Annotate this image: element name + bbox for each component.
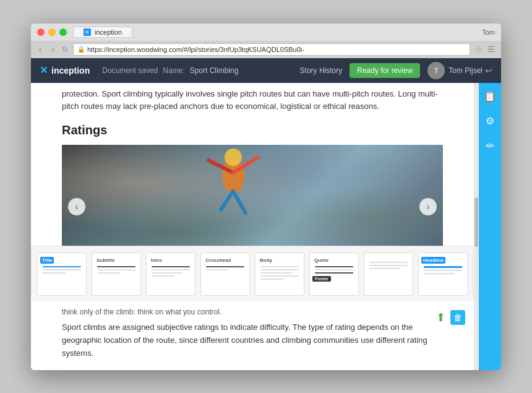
- component-crosshead[interactable]: Crosshead: [200, 253, 250, 296]
- component-subtitle-label: Subtitle: [95, 257, 116, 264]
- component-subtitle[interactable]: Subtitle: [92, 253, 141, 296]
- scrollbar[interactable]: [474, 83, 479, 370]
- main-area: protection. Sport climbing typically inv…: [31, 83, 501, 370]
- settings-icon[interactable]: ⚙: [483, 114, 497, 129]
- forward-button[interactable]: ›: [48, 45, 57, 54]
- browser-user-label: Tom: [482, 28, 495, 36]
- edit-icon[interactable]: ✏: [483, 139, 497, 153]
- maximize-button[interactable]: [59, 28, 67, 36]
- browser-actions: ☆ ☰: [474, 45, 496, 54]
- logo-icon: ✕: [40, 64, 48, 76]
- component-headline-label: Headline: [421, 257, 445, 264]
- image-prev-button[interactable]: ‹: [68, 198, 85, 215]
- content-area: protection. Sport climbing typically inv…: [31, 83, 474, 370]
- close-button[interactable]: [37, 28, 45, 36]
- browser-tab[interactable]: ✕ inception: [73, 27, 132, 38]
- svg-line-5: [233, 191, 246, 213]
- component-title-label: Title: [40, 257, 54, 264]
- doc-name: Sport Climbing: [190, 66, 239, 75]
- image-next-button[interactable]: ›: [419, 198, 437, 215]
- story-history-button[interactable]: Story History: [300, 66, 343, 75]
- address-bar: ‹ › ↻ 🔒 https://inception.woodwing.com/#…: [31, 41, 501, 58]
- svg-line-4: [221, 191, 233, 210]
- url-text: https://inception.woodwing.com/#/lpi/sto…: [87, 46, 304, 53]
- review-button[interactable]: Ready for review: [350, 63, 420, 78]
- chevron-left-icon: ‹: [75, 202, 79, 212]
- intro-text: protection. Sport climbing typically inv…: [62, 83, 443, 114]
- chevron-right-icon: ›: [427, 202, 430, 212]
- svg-point-1: [225, 149, 242, 166]
- user-name: Tom Pijsel: [448, 66, 483, 75]
- insert-marker: ⬆: [434, 310, 447, 325]
- logo-text: inception: [51, 66, 90, 76]
- tab-favicon: ✕: [84, 28, 91, 36]
- right-sidebar: 📋 ⚙ ✏: [479, 83, 501, 370]
- component-tray: Title Subtitle: [31, 246, 474, 301]
- ratings-body-text: Sport climbs are assigned subjective rat…: [62, 321, 443, 360]
- title-bar: ✕ inception Tom: [31, 24, 501, 41]
- component-intro-label: Intro: [149, 257, 164, 264]
- app-toolbar: ✕ inception Document saved Name: Sport C…: [31, 58, 501, 83]
- minimize-button[interactable]: [48, 28, 56, 36]
- component-quote-label: Quote: [312, 257, 330, 264]
- star-icon[interactable]: ☆: [474, 45, 484, 54]
- browser-window: ✕ inception Tom ‹ › ↻ 🔒 https://inceptio…: [31, 24, 501, 370]
- traffic-lights: [37, 28, 67, 36]
- component-body[interactable]: Body: [255, 253, 304, 296]
- tab-title: inception: [95, 28, 122, 36]
- climbing-image: ‹ ›: [62, 145, 443, 246]
- partial-hidden-text: think only of the climb: think on what y…: [62, 306, 443, 317]
- content-scroll[interactable]: protection. Sport climbing typically inv…: [31, 83, 474, 246]
- component-quote[interactable]: Quote Footer: [309, 253, 359, 296]
- bottom-content: think only of the climb: think on what y…: [31, 301, 474, 369]
- doc-saved-label: Document saved: [102, 66, 158, 75]
- url-bar[interactable]: 🔒 https://inception.woodwing.com/#/lpi/s…: [73, 43, 470, 56]
- logout-icon[interactable]: ↩: [485, 66, 492, 76]
- component-title[interactable]: Title: [37, 253, 87, 296]
- component-body-label: Body: [258, 257, 274, 264]
- ssl-icon: 🔒: [77, 46, 85, 53]
- component-crosshead-label: Crosshead: [204, 257, 233, 264]
- browser-menu-icon[interactable]: ☰: [486, 45, 496, 54]
- ratings-heading: Ratings: [62, 123, 443, 137]
- refresh-button[interactable]: ↻: [61, 45, 69, 54]
- clipboard-icon[interactable]: 📋: [483, 89, 497, 104]
- component-footer-label: Footer: [312, 276, 331, 282]
- back-button[interactable]: ‹: [36, 45, 45, 54]
- avatar: T: [427, 62, 445, 79]
- component-placeholder[interactable]: [364, 253, 413, 296]
- app-logo: ✕ inception: [40, 64, 90, 76]
- doc-status: Document saved Name: Sport Climbing: [102, 66, 238, 75]
- delete-button[interactable]: 🗑: [450, 310, 465, 325]
- name-label: Name:: [163, 66, 184, 75]
- component-headline[interactable]: Headline: [418, 253, 468, 296]
- scrollbar-thumb[interactable]: [474, 197, 478, 247]
- component-intro[interactable]: Intro: [146, 253, 195, 296]
